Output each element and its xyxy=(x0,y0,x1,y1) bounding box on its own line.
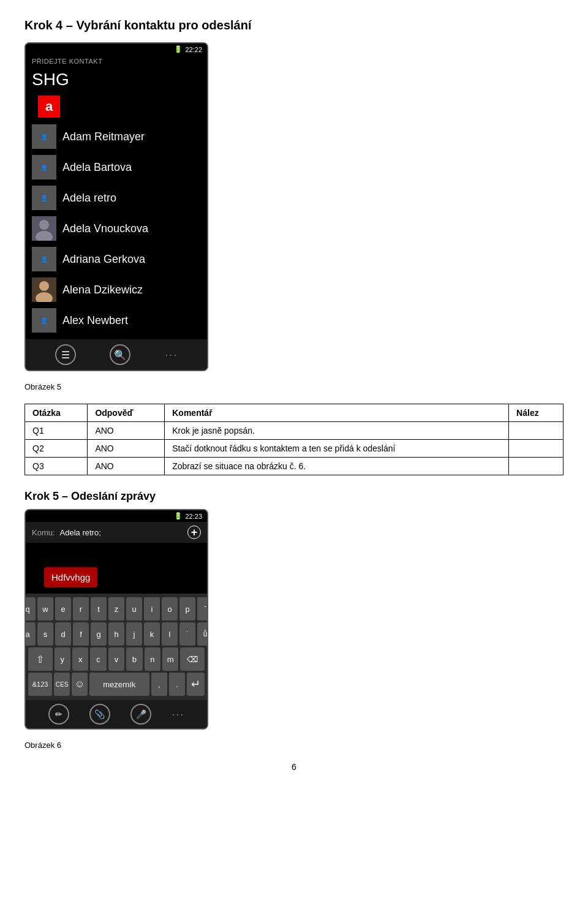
key-b[interactable]: b xyxy=(126,647,142,671)
contact-name: Adela Bartova xyxy=(62,161,132,174)
keyboard-row-2: a s d f g h j k l ´ ů xyxy=(28,622,205,646)
contact-item[interactable]: 👤 Adriana Gerkova xyxy=(26,244,207,274)
add-contact-button[interactable]: + xyxy=(187,526,201,539)
key-q[interactable]: q xyxy=(24,597,36,620)
attach-icon[interactable]: 📎 xyxy=(89,704,110,725)
key-m[interactable]: m xyxy=(162,647,178,671)
key-z[interactable]: z xyxy=(108,597,124,620)
key-n[interactable]: n xyxy=(145,647,160,671)
microphone-icon[interactable]: 🎤 xyxy=(130,704,151,725)
space-key[interactable]: mezerník xyxy=(89,673,149,696)
keyboard-row-1: q w e r t z u i o p ˇ xyxy=(28,597,205,620)
ces-key[interactable]: CES xyxy=(54,673,70,696)
contact-avatar: 👤 xyxy=(32,124,56,149)
page-number: 6 xyxy=(24,762,564,772)
contact-avatar: 👤 xyxy=(32,247,56,271)
key-s[interactable]: s xyxy=(37,622,53,646)
contact-name: Adela retro xyxy=(62,192,116,205)
period-key[interactable]: . xyxy=(169,673,185,696)
backspace-key[interactable]: ⌫ xyxy=(180,647,205,671)
col-header-finding: Nález xyxy=(509,404,564,422)
key-i[interactable]: i xyxy=(144,597,160,620)
smiley-key[interactable]: ☺ xyxy=(72,673,88,696)
key-e[interactable]: e xyxy=(55,597,71,620)
key-p[interactable]: p xyxy=(179,597,195,620)
contact-list[interactable]: 👤 Adam Reitmayer 👤 Adela Bartova 👤 Adela… xyxy=(26,121,207,339)
number-key[interactable]: &123 xyxy=(28,673,52,696)
svg-point-1 xyxy=(39,220,49,230)
cell-answer: ANO xyxy=(88,422,165,440)
key-k[interactable]: k xyxy=(144,622,160,646)
key-r[interactable]: r xyxy=(73,597,89,620)
keyboard[interactable]: q w e r t z u i o p ˇ a s d f g h j k l … xyxy=(26,594,207,700)
table-row: Q2 ANO Stačí dotknout řádku s kontaktem … xyxy=(25,440,564,458)
contact-avatar: 👤 xyxy=(32,186,56,210)
contact-item[interactable]: Adela Vnouckova xyxy=(26,213,207,244)
enter-key[interactable]: ↵ xyxy=(187,673,205,696)
shift-key[interactable]: ⇧ xyxy=(28,647,53,671)
key-h[interactable]: h xyxy=(108,622,124,646)
page-heading-1: Krok 4 – Vybrání kontaktu pro odeslání xyxy=(24,18,564,32)
phone-mockup-2: 🔋 22:23 Komu: Adela retro; + Hdfvvhgg q … xyxy=(24,509,208,730)
contact-avatar xyxy=(32,216,56,241)
key-w[interactable]: w xyxy=(37,597,53,620)
key-a[interactable]: a xyxy=(24,622,36,646)
contact-item[interactable]: 👤 Adela retro xyxy=(26,183,207,213)
more-dots-icon[interactable]: ··· xyxy=(172,708,184,721)
status-bar-2: 🔋 22:23 xyxy=(26,510,207,522)
contact-name: Adela Vnouckova xyxy=(62,222,148,235)
contact-item[interactable]: 👤 Adela Bartova xyxy=(26,152,207,183)
key-u[interactable]: u xyxy=(126,597,142,620)
contact-name: Alex Newbert xyxy=(62,314,128,327)
key-caron[interactable]: ˇ xyxy=(197,597,208,620)
key-d[interactable]: d xyxy=(55,622,71,646)
battery-icon: 🔋 xyxy=(174,45,183,53)
contact-name: Adriana Gerkova xyxy=(62,253,145,266)
key-u-ring[interactable]: ů xyxy=(197,622,208,646)
status-bar-1: 🔋 22:22 xyxy=(26,43,207,55)
key-acute[interactable]: ´ xyxy=(179,622,195,646)
cell-comment: Krok je jasně popsán. xyxy=(165,422,509,440)
keyboard-row-4: &123 CES ☺ mezerník , . ↵ xyxy=(28,673,205,696)
comma-key[interactable]: , xyxy=(151,673,167,696)
search-icon[interactable]: 🔍 xyxy=(110,344,130,365)
key-y[interactable]: y xyxy=(55,647,70,671)
to-field[interactable]: Komu: Adela retro; + xyxy=(26,522,207,543)
contact-item[interactable]: 👤 Alex Newbert xyxy=(26,305,207,336)
key-v[interactable]: v xyxy=(108,647,124,671)
phone-title-1: PŘIDEJTE KONTAKT xyxy=(26,55,207,69)
key-f[interactable]: f xyxy=(73,622,89,646)
cell-question: Q3 xyxy=(25,458,88,475)
key-t[interactable]: t xyxy=(91,597,107,620)
search-value: SHG xyxy=(26,69,207,92)
key-l[interactable]: l xyxy=(162,622,178,646)
status-time-2: 22:23 xyxy=(185,513,202,520)
battery-icon-2: 🔋 xyxy=(174,512,183,520)
contact-name: Alena Dzikewicz xyxy=(62,284,143,296)
contact-item[interactable]: Alena Dzikewicz xyxy=(26,274,207,305)
menu-icon[interactable]: ☰ xyxy=(55,344,76,365)
keyboard-row-3: ⇧ y x c v b n m ⌫ xyxy=(28,647,205,671)
cell-finding xyxy=(509,440,564,458)
table-row: Q1 ANO Krok je jasně popsán. xyxy=(25,422,564,440)
to-label: Komu: xyxy=(32,528,55,537)
caption-2: Obrázek 6 xyxy=(24,741,564,750)
key-j[interactable]: j xyxy=(126,622,142,646)
key-x[interactable]: x xyxy=(72,647,88,671)
col-header-question: Otázka xyxy=(25,404,88,422)
phone-mockup-1: 🔋 22:22 PŘIDEJTE KONTAKT SHG a 👤 Adam Re… xyxy=(24,42,208,371)
more-icon[interactable]: ··· xyxy=(165,349,178,361)
key-c[interactable]: c xyxy=(90,647,106,671)
col-header-answer: Odpověď xyxy=(88,404,165,422)
cell-answer: ANO xyxy=(88,458,165,475)
contact-item[interactable]: 👤 Adam Reitmayer xyxy=(26,121,207,152)
message-area[interactable]: Hdfvvhgg xyxy=(26,543,207,594)
cell-comment: Zobrazí se situace na obrázku č. 6. xyxy=(165,458,509,475)
svg-point-4 xyxy=(39,281,49,291)
key-o[interactable]: o xyxy=(162,597,178,620)
status-time-1: 22:22 xyxy=(185,46,202,53)
cell-comment: Stačí dotknout řádku s kontaktem a ten s… xyxy=(165,440,509,458)
section-letter: a xyxy=(38,96,60,118)
key-g[interactable]: g xyxy=(91,622,107,646)
compose-icon[interactable]: ✏ xyxy=(48,704,69,725)
